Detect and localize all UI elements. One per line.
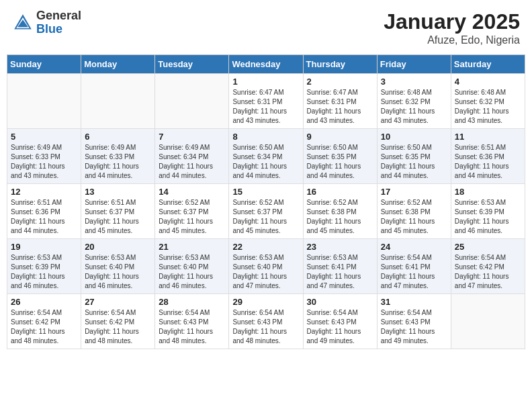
day-number: 13 [85,187,151,197]
page-header: General Blue January 2025 Afuze, Edo, Ni… [7,7,525,49]
calendar-cell: 9Sunrise: 6:50 AMSunset: 6:35 PMDaylight… [303,129,377,184]
day-info: Sunrise: 6:49 AMSunset: 6:33 PMDaylight:… [85,143,151,181]
day-info: Sunrise: 6:53 AMSunset: 6:39 PMDaylight:… [11,253,77,291]
calendar-cell: 16Sunrise: 6:52 AMSunset: 6:38 PMDayligh… [303,184,377,239]
calendar-cell: 24Sunrise: 6:54 AMSunset: 6:41 PMDayligh… [377,239,451,294]
day-number: 4 [455,77,521,87]
day-info: Sunrise: 6:54 AMSunset: 6:42 PMDaylight:… [11,308,77,346]
calendar-cell: 20Sunrise: 6:53 AMSunset: 6:40 PMDayligh… [81,239,155,294]
calendar-cell: 25Sunrise: 6:54 AMSunset: 6:42 PMDayligh… [451,239,525,294]
day-number: 23 [307,242,373,252]
day-info: Sunrise: 6:54 AMSunset: 6:42 PMDaylight:… [85,308,151,346]
weekday-header-thursday: Thursday [303,55,377,74]
day-number: 22 [232,242,299,252]
day-number: 19 [11,242,77,252]
day-info: Sunrise: 6:54 AMSunset: 6:41 PMDaylight:… [381,253,447,291]
calendar-cell: 7Sunrise: 6:49 AMSunset: 6:34 PMDaylight… [155,129,229,184]
day-info: Sunrise: 6:50 AMSunset: 6:34 PMDaylight:… [232,143,299,181]
day-number: 31 [381,297,447,307]
weekday-header-sunday: Sunday [7,55,81,74]
day-number: 17 [381,187,447,197]
calendar-cell: 5Sunrise: 6:49 AMSunset: 6:33 PMDaylight… [7,129,81,184]
day-number: 27 [85,297,151,307]
day-info: Sunrise: 6:53 AMSunset: 6:41 PMDaylight:… [307,253,373,291]
day-number: 18 [455,187,521,197]
day-info: Sunrise: 6:49 AMSunset: 6:34 PMDaylight:… [159,143,225,181]
day-info: Sunrise: 6:52 AMSunset: 6:38 PMDaylight:… [307,198,373,236]
calendar-week-row: 19Sunrise: 6:53 AMSunset: 6:39 PMDayligh… [7,239,525,294]
logo: General Blue [12,9,81,36]
month-title: January 2025 [384,9,520,34]
day-number: 3 [381,77,447,87]
day-number: 14 [159,187,225,197]
day-number: 10 [381,132,447,142]
logo-general-text: General [36,9,81,22]
calendar-cell: 29Sunrise: 6:54 AMSunset: 6:43 PMDayligh… [229,294,303,349]
day-info: Sunrise: 6:54 AMSunset: 6:43 PMDaylight:… [232,308,299,346]
day-number: 15 [232,187,299,197]
day-number: 2 [307,77,373,87]
day-number: 12 [11,187,77,197]
day-number: 1 [232,77,299,87]
day-info: Sunrise: 6:53 AMSunset: 6:39 PMDaylight:… [455,198,521,236]
day-number: 8 [232,132,299,142]
day-info: Sunrise: 6:53 AMSunset: 6:40 PMDaylight:… [232,253,299,291]
calendar-cell: 18Sunrise: 6:53 AMSunset: 6:39 PMDayligh… [451,184,525,239]
calendar-table: SundayMondayTuesdayWednesdayThursdayFrid… [7,54,525,349]
weekday-header-friday: Friday [377,55,451,74]
calendar-cell [155,74,229,129]
day-number: 26 [11,297,77,307]
calendar-cell: 28Sunrise: 6:54 AMSunset: 6:43 PMDayligh… [155,294,229,349]
day-info: Sunrise: 6:54 AMSunset: 6:43 PMDaylight:… [159,308,225,346]
day-number: 30 [307,297,373,307]
day-number: 24 [381,242,447,252]
day-info: Sunrise: 6:52 AMSunset: 6:37 PMDaylight:… [232,198,299,236]
day-number: 21 [159,242,225,252]
day-info: Sunrise: 6:47 AMSunset: 6:31 PMDaylight:… [232,88,299,126]
calendar-cell: 23Sunrise: 6:53 AMSunset: 6:41 PMDayligh… [303,239,377,294]
calendar-cell [7,74,81,129]
day-number: 25 [455,242,521,252]
day-info: Sunrise: 6:48 AMSunset: 6:32 PMDaylight:… [455,88,521,126]
calendar-cell [81,74,155,129]
calendar-week-row: 1Sunrise: 6:47 AMSunset: 6:31 PMDaylight… [7,74,525,129]
day-number: 5 [11,132,77,142]
calendar-cell: 4Sunrise: 6:48 AMSunset: 6:32 PMDaylight… [451,74,525,129]
title-block: January 2025 Afuze, Edo, Nigeria [384,9,520,46]
day-info: Sunrise: 6:48 AMSunset: 6:32 PMDaylight:… [381,88,447,126]
calendar-cell: 17Sunrise: 6:52 AMSunset: 6:38 PMDayligh… [377,184,451,239]
calendar-cell: 27Sunrise: 6:54 AMSunset: 6:42 PMDayligh… [81,294,155,349]
day-number: 29 [232,297,299,307]
day-info: Sunrise: 6:50 AMSunset: 6:35 PMDaylight:… [307,143,373,181]
day-number: 11 [455,132,521,142]
calendar-cell: 19Sunrise: 6:53 AMSunset: 6:39 PMDayligh… [7,239,81,294]
weekday-header-saturday: Saturday [451,55,525,74]
calendar-cell: 14Sunrise: 6:52 AMSunset: 6:37 PMDayligh… [155,184,229,239]
calendar-cell: 21Sunrise: 6:53 AMSunset: 6:40 PMDayligh… [155,239,229,294]
day-info: Sunrise: 6:54 AMSunset: 6:42 PMDaylight:… [455,253,521,291]
calendar-cell: 31Sunrise: 6:54 AMSunset: 6:43 PMDayligh… [377,294,451,349]
calendar-cell: 15Sunrise: 6:52 AMSunset: 6:37 PMDayligh… [229,184,303,239]
day-info: Sunrise: 6:51 AMSunset: 6:37 PMDaylight:… [85,198,151,236]
day-info: Sunrise: 6:52 AMSunset: 6:37 PMDaylight:… [159,198,225,236]
logo-icon [12,12,34,34]
day-number: 7 [159,132,225,142]
location: Afuze, Edo, Nigeria [384,34,520,46]
calendar-cell: 1Sunrise: 6:47 AMSunset: 6:31 PMDaylight… [229,74,303,129]
calendar-cell: 2Sunrise: 6:47 AMSunset: 6:31 PMDaylight… [303,74,377,129]
day-info: Sunrise: 6:54 AMSunset: 6:43 PMDaylight:… [307,308,373,346]
calendar-cell: 10Sunrise: 6:50 AMSunset: 6:35 PMDayligh… [377,129,451,184]
day-number: 16 [307,187,373,197]
day-info: Sunrise: 6:49 AMSunset: 6:33 PMDaylight:… [11,143,77,181]
weekday-header-tuesday: Tuesday [155,55,229,74]
logo-blue-text: Blue [36,22,62,36]
calendar-cell: 11Sunrise: 6:51 AMSunset: 6:36 PMDayligh… [451,129,525,184]
calendar-cell: 30Sunrise: 6:54 AMSunset: 6:43 PMDayligh… [303,294,377,349]
day-info: Sunrise: 6:47 AMSunset: 6:31 PMDaylight:… [307,88,373,126]
day-info: Sunrise: 6:51 AMSunset: 6:36 PMDaylight:… [11,198,77,236]
calendar-cell: 6Sunrise: 6:49 AMSunset: 6:33 PMDaylight… [81,129,155,184]
weekday-header-row: SundayMondayTuesdayWednesdayThursdayFrid… [7,55,525,74]
weekday-header-wednesday: Wednesday [229,55,303,74]
calendar-cell: 3Sunrise: 6:48 AMSunset: 6:32 PMDaylight… [377,74,451,129]
day-info: Sunrise: 6:51 AMSunset: 6:36 PMDaylight:… [455,143,521,181]
